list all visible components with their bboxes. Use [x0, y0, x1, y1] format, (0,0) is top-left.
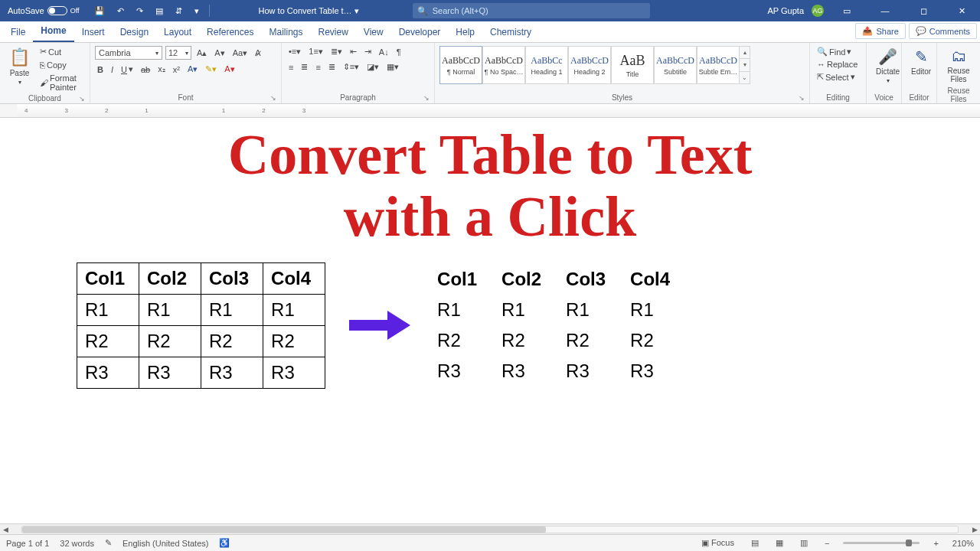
style-heading2[interactable]: AaBbCcDHeading 2 — [568, 46, 611, 84]
web-layout-icon[interactable]: ▥ — [797, 536, 811, 549]
ribbon-display-icon[interactable]: ▭ — [831, 0, 862, 21]
cut-button[interactable]: ✂ Cut — [38, 46, 85, 57]
tab-help[interactable]: Help — [448, 22, 482, 42]
bullets-icon[interactable]: •≡▾ — [286, 46, 303, 57]
style-normal[interactable]: AaBbCcD¶ Normal — [439, 46, 482, 84]
shrink-font-icon[interactable]: A▾ — [212, 47, 227, 59]
borders-icon[interactable]: ▦▾ — [384, 61, 401, 73]
copy-button[interactable]: ⎘ Copy — [38, 60, 85, 70]
align-left-icon[interactable]: ≡ — [286, 62, 296, 73]
style-heading1[interactable]: AaBbCcHeading 1 — [525, 46, 568, 84]
decrease-indent-icon[interactable]: ⇤ — [348, 46, 359, 57]
justify-icon[interactable]: ≣ — [326, 61, 338, 73]
numbering-icon[interactable]: 1≡▾ — [306, 46, 325, 57]
tab-review[interactable]: Review — [310, 22, 355, 42]
spellcheck-icon[interactable]: ✎ — [105, 538, 112, 548]
tab-references[interactable]: References — [199, 22, 261, 42]
comments-button[interactable]: 💬Comments — [909, 23, 977, 39]
scroll-thumb[interactable] — [22, 527, 546, 533]
underline-button[interactable]: U▾ — [119, 64, 136, 75]
example-table[interactable]: Col1 Col2 Col3 Col4 R1R1R1R1 R2R2R2R2 R3… — [77, 262, 325, 389]
maximize-icon[interactable]: ◻ — [908, 0, 939, 21]
example-text[interactable]: Col1 Col2 Col3 Col4 R1R1R1R1 R2R2R2R2 R3… — [434, 264, 691, 386]
minimize-icon[interactable]: — — [870, 0, 900, 21]
dialog-launcher-icon[interactable]: ↘ — [79, 95, 85, 103]
font-color-icon[interactable]: A▾ — [222, 64, 237, 75]
line-spacing-icon[interactable]: ⇕≡▾ — [341, 61, 361, 73]
tab-file[interactable]: File — [3, 22, 33, 42]
tab-developer[interactable]: Developer — [391, 22, 449, 42]
text-effects-icon[interactable]: A▾ — [185, 64, 200, 75]
increase-indent-icon[interactable]: ⇥ — [362, 46, 374, 57]
tab-home[interactable]: Home — [33, 21, 74, 42]
replace-button[interactable]: ↔ Replace — [815, 59, 860, 70]
horizontal-ruler[interactable]: 4321 123 — [0, 104, 980, 118]
status-lang[interactable]: English (United States) — [122, 539, 209, 548]
align-center-icon[interactable]: ≣ — [299, 61, 310, 73]
user-avatar[interactable]: AG — [812, 5, 824, 17]
close-icon[interactable]: ✕ — [946, 0, 977, 21]
zoom-in-button[interactable]: + — [930, 537, 941, 549]
highlight-icon[interactable]: ✎▾ — [203, 64, 219, 75]
zoom-slider[interactable] — [843, 542, 920, 544]
tab-view[interactable]: View — [356, 22, 391, 42]
multilevel-icon[interactable]: ≣▾ — [328, 46, 345, 57]
accessibility-icon[interactable]: ♿ — [219, 538, 230, 548]
editor-button[interactable]: ✎Editor — [906, 46, 936, 77]
tab-mailings[interactable]: Mailings — [261, 22, 310, 42]
style-subtitle[interactable]: AaBbCcDSubtitle — [654, 46, 697, 84]
tab-chemistry[interactable]: Chemistry — [482, 22, 539, 42]
horizontal-scrollbar[interactable]: ◀ ▶ — [0, 523, 980, 534]
change-case-icon[interactable]: Aa▾ — [230, 47, 250, 59]
styles-gallery[interactable]: AaBbCcD¶ Normal AaBbCcD¶ No Spac… AaBbCc… — [439, 46, 750, 84]
align-right-icon[interactable]: ≡ — [313, 62, 322, 73]
status-page[interactable]: Page 1 of 1 — [6, 539, 49, 548]
style-title[interactable]: AaBTitle — [611, 46, 654, 84]
scroll-right-icon[interactable]: ▶ — [969, 526, 980, 533]
font-size-select[interactable]: 12▾ — [165, 46, 191, 60]
tab-design[interactable]: Design — [113, 22, 156, 42]
zoom-level[interactable]: 210% — [952, 539, 974, 548]
dialog-launcher-icon[interactable]: ↘ — [799, 94, 805, 102]
undo-icon[interactable]: ↶ — [115, 5, 126, 17]
strike-button[interactable]: ab — [139, 64, 152, 75]
document-title[interactable]: How to Convert Table t… ▾ — [259, 6, 359, 16]
read-mode-icon[interactable]: ▤ — [748, 536, 762, 549]
scroll-track[interactable] — [21, 526, 959, 533]
dictate-button[interactable]: 🎤Dictate▾ — [871, 46, 904, 86]
status-words[interactable]: 32 words — [60, 539, 94, 548]
redo-icon[interactable]: ↷ — [134, 5, 145, 17]
print-layout-icon[interactable]: ▦ — [773, 536, 786, 549]
autosave-toggle[interactable]: AutoSave Off — [0, 6, 87, 15]
subscript-button[interactable]: x₂ — [155, 64, 168, 75]
document-area[interactable]: Convert Table to Text with a Click Col1 … — [0, 118, 980, 523]
find-button[interactable]: 🔍 Find ▾ — [815, 46, 860, 57]
user-name[interactable]: AP Gupta — [768, 6, 805, 15]
qat-icon2[interactable]: ⇵ — [173, 5, 185, 17]
save-icon[interactable]: 💾 — [92, 5, 107, 17]
tab-insert[interactable]: Insert — [74, 22, 113, 42]
zoom-thumb[interactable] — [906, 540, 912, 546]
scroll-left-icon[interactable]: ◀ — [0, 526, 11, 533]
qat-more-icon[interactable]: ▾ — [192, 5, 201, 17]
show-hide-icon[interactable]: ¶ — [394, 47, 403, 57]
select-button[interactable]: ⇱ Select ▾ — [815, 71, 860, 83]
shading-icon[interactable]: ◪▾ — [364, 61, 381, 73]
qat-icon[interactable]: ▤ — [153, 5, 165, 17]
italic-button[interactable]: I — [109, 64, 116, 75]
dialog-launcher-icon[interactable]: ↘ — [270, 94, 276, 102]
paste-button[interactable]: 📋 Paste ▾ — [5, 46, 34, 87]
tab-layout[interactable]: Layout — [156, 22, 199, 42]
clear-format-icon[interactable]: A̷ — [253, 47, 263, 59]
bold-button[interactable]: B — [95, 64, 106, 75]
search-box[interactable]: 🔍 Search (Alt+Q) — [413, 3, 650, 18]
reuse-files-button[interactable]: 🗂Reuse Files — [942, 46, 975, 85]
grow-font-icon[interactable]: A▴ — [194, 47, 209, 59]
style-subtleem[interactable]: AaBbCcDSubtle Em… — [697, 46, 740, 84]
format-painter-button[interactable]: 🖌 Format Painter — [38, 73, 85, 93]
sort-icon[interactable]: A↓ — [377, 47, 391, 57]
style-nospacing[interactable]: AaBbCcD¶ No Spac… — [482, 46, 525, 84]
superscript-button[interactable]: x² — [171, 64, 182, 75]
dialog-launcher-icon[interactable]: ↘ — [423, 94, 430, 102]
focus-mode-button[interactable]: ▣ Focus — [698, 536, 737, 549]
